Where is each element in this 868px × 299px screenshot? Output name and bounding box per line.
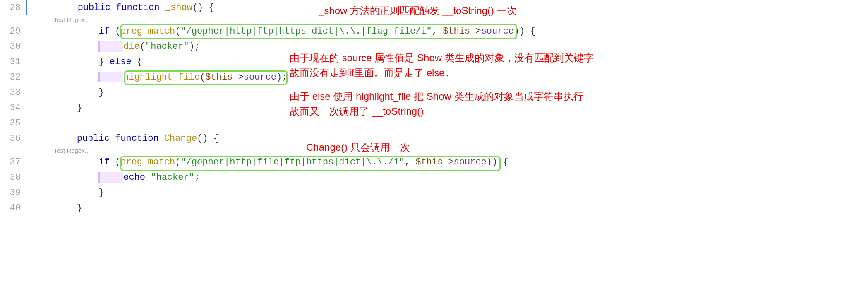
gutter-marker (26, 116, 26, 131)
code-line[interactable]: 37 if (preg_match("/gopher|http|file|ftp… (0, 154, 868, 170)
code-line[interactable]: 39 } (0, 185, 868, 200)
line-number: 40 (0, 203, 26, 213)
code-content[interactable]: } else { (26, 57, 142, 67)
code-content[interactable]: echo "hacker"; (26, 172, 200, 183)
line-number: 36 (0, 133, 26, 144)
code-content[interactable]: } (26, 103, 82, 113)
annotation-text: 由于 else 使用 highlight_file 把 Show 类生成的对象当… (290, 89, 583, 119)
code-content[interactable]: if (preg_match("/gopher|http|file|ftp|ht… (26, 157, 508, 167)
code-content[interactable]: } (26, 188, 104, 198)
code-content[interactable]: } (26, 203, 82, 213)
codelens-hint[interactable]: . Test Regex... (0, 146, 868, 154)
code-content[interactable]: highlight_file($this->source); (26, 72, 287, 82)
code-content[interactable]: public function Change() { (26, 133, 219, 144)
code-line[interactable]: 40 } (0, 200, 868, 216)
code-content[interactable]: die("hacker"); (26, 41, 200, 52)
code-content[interactable]: } (26, 87, 104, 98)
line-number: 30 (0, 41, 26, 52)
line-number: 35 (0, 118, 26, 128)
code-content[interactable]: if (preg_match("/gopher|http|ftp|https|d… (26, 26, 536, 36)
line-number: 37 (0, 157, 26, 167)
code-content[interactable]: public function _show() { (27, 2, 214, 13)
line-number: 29 (0, 26, 26, 36)
code-line[interactable]: 36 public function Change() { (0, 131, 868, 146)
annotation-text: 由于现在的 source 属性值是 Show 类生成的对象，没有匹配到关键字 故… (290, 51, 594, 80)
code-line[interactable]: 38 echo "hacker"; (0, 170, 868, 185)
line-number: 31 (0, 57, 26, 67)
line-number: 34 (0, 103, 26, 113)
line-number: 28 (0, 2, 26, 13)
code-line[interactable]: 29 if (preg_match("/gopher|http|ftp|http… (0, 24, 868, 39)
line-number: 39 (0, 188, 26, 198)
line-number: 38 (0, 172, 26, 183)
line-number: 33 (0, 87, 26, 98)
annotation-text: _show 方法的正则匹配触发 __toString() 一次 (319, 3, 517, 18)
annotation-text: Change() 只会调用一次 (306, 140, 410, 155)
line-number: 32 (0, 72, 26, 82)
